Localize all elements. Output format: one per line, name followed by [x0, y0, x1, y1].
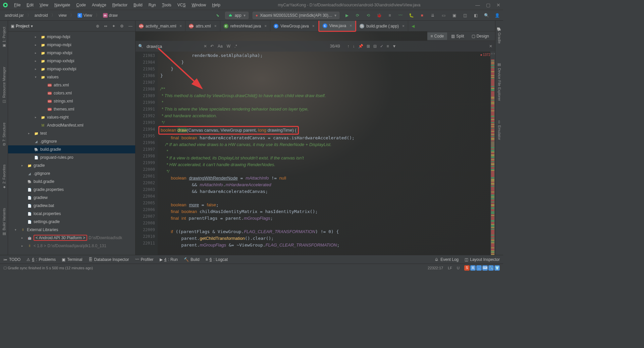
code-editor[interactable]: renderNode.setAlpha(alpha); } } } /** * …	[158, 52, 490, 255]
menu-edit[interactable]: Edit	[24, 1, 36, 9]
tool-resource-manager[interactable]: ◫ Resource Manager	[1, 64, 7, 107]
regex-icon[interactable]: .*	[234, 44, 237, 49]
tool-database-inspector[interactable]: 🗄 Database Inspector	[89, 257, 129, 262]
problems-badge[interactable]: ●1372 ˄ ˅	[480, 53, 495, 57]
crumb-class[interactable]: CView	[75, 12, 94, 18]
add-selection-icon[interactable]: ⊞	[367, 44, 370, 49]
tree-node[interactable]: ▸📁gradle	[8, 161, 135, 169]
sdk-manager-icon[interactable]: ▣	[451, 12, 458, 19]
tool-project[interactable]: ▣ 1: Project	[1, 24, 7, 51]
tree-node[interactable]: ▸📁mipmap-hdpi	[8, 33, 135, 41]
editor-tab[interactable]: CrefreshHead.java×	[220, 21, 270, 31]
tool-gradle[interactable]: 🐘 Gradle	[496, 24, 502, 46]
view-mode-code[interactable]: ≡ Code	[427, 32, 447, 40]
menu-navigate[interactable]: Navigate	[52, 1, 73, 9]
menu-window[interactable]: Window	[189, 1, 209, 9]
avatar-icon[interactable]: 👤	[494, 12, 500, 19]
tree-node[interactable]: ▾📁values	[8, 73, 135, 81]
tool-todo[interactable]: ≔ TODO	[3, 257, 20, 262]
close-tab-icon[interactable]: ×	[312, 24, 315, 28]
view-mode-split[interactable]: ▥ Split	[448, 32, 467, 40]
view-mode-design[interactable]: ▢ Design	[468, 32, 492, 40]
close-tab-icon[interactable]: ×	[214, 24, 217, 28]
settings-icon[interactable]: ⚙	[120, 24, 124, 28]
crumb-method[interactable]: mdraw	[101, 12, 120, 18]
close-tab-icon[interactable]: ×	[179, 24, 182, 28]
resource-manager-icon[interactable]: ◧	[472, 12, 479, 19]
device-selector[interactable]: ● Xiaomi M2003J15SC (minSdk(API 30)…▾	[253, 12, 339, 19]
menu-vcs[interactable]: VCS	[175, 1, 189, 9]
match-case-icon[interactable]: Aa	[218, 44, 223, 49]
select-opened-file-icon[interactable]: ⊕	[96, 24, 99, 28]
editor-tab[interactable]: CView.java×	[318, 21, 357, 32]
tool-emulator[interactable]: ▯ Emulator	[496, 117, 502, 143]
project-tree[interactable]: ▸📁mipmap-hdpi▸📁mipmap-mdpi▸📁mipmap-xhdpi…	[8, 31, 135, 255]
tool-device-file-explorer[interactable]: ▤ Device File Explorer	[496, 60, 502, 103]
ime-tool-icon[interactable]: 🔧	[488, 265, 494, 271]
editor-tab[interactable]: 🐘build.gradle (:app)×	[356, 21, 408, 31]
maximize-button[interactable]: ▢	[486, 2, 490, 8]
menu-build[interactable]: Build	[131, 1, 145, 9]
coverage-icon[interactable]: ≡	[386, 12, 393, 19]
encoding[interactable]: U	[457, 266, 460, 270]
tool-problems[interactable]: ⚠ 6: Problems	[26, 257, 56, 262]
layout-inspector-icon[interactable]: ◫	[462, 12, 468, 19]
menu-analyze[interactable]: Analyze	[89, 1, 109, 9]
menu-run[interactable]: Run	[146, 1, 159, 9]
settings-find-icon[interactable]: ≡	[387, 44, 389, 49]
tree-node[interactable]: ▾⫴External Libraries	[8, 226, 135, 234]
tree-node[interactable]: 📄gradle.properties	[8, 186, 135, 194]
tree-node[interactable]: 🐘build.gradle	[8, 145, 135, 153]
tool-logcat[interactable]: ≡ 6: Logcat	[206, 257, 228, 262]
tree-node[interactable]: 📄settings.gradle	[8, 218, 135, 226]
ime-lang-icon[interactable]: 英	[470, 265, 476, 271]
stop-button[interactable]: ■	[419, 12, 425, 19]
line-ending[interactable]: LF	[448, 266, 452, 270]
search-everywhere-icon[interactable]: 🔍	[483, 12, 490, 19]
line-gutter[interactable]: 2198321984219852198621987219882198921990…	[136, 52, 158, 255]
editor-tab[interactable]: </>activity_main.xml×	[136, 21, 185, 31]
apply-changes-icon[interactable]: ⟳	[354, 12, 361, 19]
run-button[interactable]: ▶	[343, 12, 350, 19]
menu-help[interactable]: Help	[209, 1, 223, 9]
status-icon[interactable]: ▢	[3, 266, 7, 270]
close-tab-icon[interactable]: ×	[264, 24, 267, 28]
tree-node[interactable]: ▸⫴< 1.8 > D:\sfDownload\java\jdk1.8.0_13…	[8, 242, 135, 250]
tool-build[interactable]: 🔨 Build	[184, 257, 200, 262]
tool-run[interactable]: ▶ 4: Run	[160, 257, 178, 262]
ime-s-icon[interactable]: S	[464, 265, 470, 271]
tool-terminal[interactable]: ▣ Terminal	[62, 257, 82, 262]
project-view-selector[interactable]: ▣ Project ▾	[11, 24, 33, 28]
run-configuration-selector[interactable]: app▾	[225, 12, 249, 19]
tool-profiler[interactable]: 〰 Profiler	[135, 257, 154, 262]
tree-node[interactable]: ▸📁mipmap-xhdpi	[8, 49, 135, 57]
tree-node[interactable]: ▸🤖< Android API 30 Platform > D:\sfDownl…	[8, 234, 135, 242]
build-hammer-icon[interactable]: ⬊	[214, 12, 221, 19]
close-button[interactable]: ✕	[496, 2, 500, 8]
tree-node[interactable]: MAndroidManifest.xml	[8, 121, 135, 129]
close-tab-icon[interactable]: ×	[350, 23, 352, 28]
pin-icon[interactable]: 📌	[358, 44, 363, 49]
menu-view[interactable]: View	[37, 1, 51, 9]
tree-node[interactable]: ▸📁mipmap-xxhdpi	[8, 57, 135, 65]
error-stripe[interactable]: ●1372 ˄ ˅	[490, 52, 495, 255]
tree-node[interactable]: </>strings.xml	[8, 97, 135, 105]
tree-node[interactable]: </>colors.xml	[8, 89, 135, 97]
ime-kbd-icon[interactable]: ⌨	[482, 265, 488, 271]
tool-layout-inspector[interactable]: ◫ Layout Inspector	[465, 257, 500, 262]
tool-structure[interactable]: ⧉ 7: Structure	[1, 120, 7, 148]
tree-node[interactable]: ◢.gitignore	[8, 169, 135, 178]
crumb-pkg-android[interactable]: android	[33, 12, 50, 18]
clear-search-icon[interactable]: ✕	[204, 44, 207, 49]
sync-gradle-icon[interactable]: ⇊	[429, 12, 436, 19]
restart-activity-icon[interactable]: ⟲	[365, 12, 372, 19]
menu-file[interactable]: FFileile	[11, 1, 23, 9]
filter-icon[interactable]: ▼	[392, 44, 396, 49]
crumb-jar[interactable]: android.jar	[3, 12, 26, 18]
avd-manager-icon[interactable]: ▭	[440, 12, 447, 19]
debug-button[interactable]: 🐞	[376, 12, 382, 19]
tree-node[interactable]: </>themes.xml	[8, 105, 135, 113]
menu-refactor[interactable]: Refactor	[110, 1, 130, 9]
editor-tab[interactable]: </>attrs.xml×	[185, 21, 220, 31]
tree-node[interactable]: 🐘build.gradle	[8, 178, 135, 186]
